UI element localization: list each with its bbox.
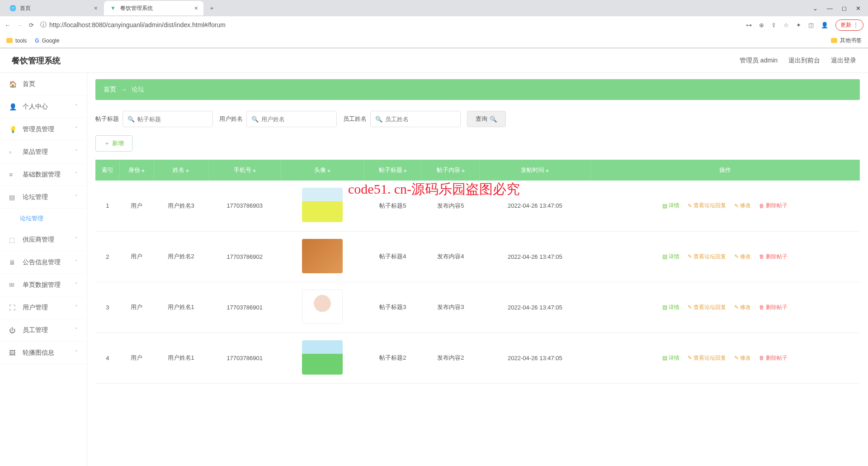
user-label[interactable]: 管理员 admin (740, 57, 778, 65)
bookmark-other[interactable]: 其他书签 (831, 37, 862, 44)
maximize-icon[interactable]: ◻ (842, 5, 847, 12)
cell-title: 帖子标题3 (364, 282, 422, 333)
view-reply-button[interactable]: ✎查看论坛回复 (688, 354, 726, 362)
cell-phone: 17703786901 (208, 333, 281, 383)
key-icon[interactable]: ⊶ (746, 22, 752, 29)
cell-avatar (281, 333, 364, 383)
sidebar-item-3[interactable]: ▫菜品管理˅ (0, 141, 87, 163)
avatar (302, 188, 343, 222)
view-reply-button[interactable]: ✎查看论坛回复 (688, 304, 726, 311)
detail-button[interactable]: ▤详情 (662, 354, 679, 362)
url-text: http://localhost:8080/canyinguanli/admin… (49, 21, 226, 29)
sidebar-item-11[interactable]: 🖼轮播图信息˅ (0, 342, 87, 364)
tab-title: 餐饮管理系统 (120, 5, 153, 12)
chevron-down-icon: ˅ (75, 350, 78, 356)
sidebar-item-1[interactable]: 👤个人中心˅ (0, 95, 87, 118)
close-icon[interactable]: × (94, 5, 98, 12)
sidebar-item-4[interactable]: ≡基础数据管理˅ (0, 163, 87, 186)
add-button[interactable]: ＋新增 (95, 135, 132, 152)
th-role[interactable]: 身份◆ (120, 160, 154, 181)
th-title[interactable]: 帖子标题◆ (364, 160, 422, 181)
table-row: 4 用户 用户姓名1 17703786901 帖子标题2 发布内容2 2022-… (95, 333, 860, 383)
sidebar-item-7[interactable]: 🖥公告信息管理˅ (0, 251, 87, 274)
main-content: 首页 → 论坛 帖子标题 🔍 用户姓名 🔍 员工姓名 (87, 73, 868, 466)
to-front-link[interactable]: 退出到前台 (788, 57, 820, 65)
new-tab-button[interactable]: ＋ (204, 4, 219, 12)
expand-icon: ⛶ (9, 304, 16, 311)
doc-icon: ▤ (662, 355, 667, 361)
delete-button[interactable]: 🗑删除帖子 (759, 202, 788, 209)
power-icon: ⏻ (9, 327, 16, 334)
detail-button[interactable]: ▤详情 (662, 304, 679, 311)
th-phone[interactable]: 手机号◆ (208, 160, 281, 181)
th-content[interactable]: 帖子内容◆ (422, 160, 480, 181)
bookmark-google[interactable]: GGoogle (35, 38, 59, 44)
browser-tab-home[interactable]: 🌐 首页 × (4, 1, 103, 15)
detail-button[interactable]: ▤详情 (662, 253, 679, 261)
sidepanel-icon[interactable]: ◫ (808, 22, 814, 29)
sidebar-item-10[interactable]: ⏻员工管理˅ (0, 319, 87, 342)
doc-icon: ▤ (662, 203, 667, 209)
view-reply-button[interactable]: ✎查看论坛回复 (688, 253, 726, 261)
sidebar-item-8[interactable]: ✉单页数据管理˅ (0, 274, 87, 296)
folder-icon (831, 38, 837, 43)
bars-icon: ▫ (9, 148, 16, 156)
extensions-icon[interactable]: ✦ (796, 22, 801, 29)
star-icon[interactable]: ☆ (783, 22, 789, 29)
bookmark-tools[interactable]: tools (6, 38, 27, 44)
edit-button[interactable]: ✎修改 (734, 253, 751, 261)
user-name-input[interactable]: 🔍 (246, 111, 337, 127)
detail-button[interactable]: ▤详情 (662, 202, 679, 209)
cell-avatar (281, 181, 364, 231)
breadcrumb-sep: → (121, 86, 127, 93)
breadcrumb-home[interactable]: 首页 (104, 86, 116, 94)
cell-content: 发布内容2 (422, 333, 480, 383)
delete-button[interactable]: 🗑删除帖子 (759, 354, 788, 362)
close-window-icon[interactable]: ✕ (856, 5, 861, 12)
delete-button[interactable]: 🗑删除帖子 (759, 253, 788, 261)
th-time[interactable]: 发帖时间◆ (480, 160, 590, 181)
back-icon[interactable]: ← (5, 22, 10, 29)
table-row: 2 用户 用户姓名2 17703786902 帖子标题4 发布内容4 2022-… (95, 231, 860, 282)
sidebar-item-0[interactable]: 🏠首页 (0, 73, 87, 95)
sidebar-item-label: 首页 (23, 80, 35, 88)
edit-icon: ✎ (688, 304, 692, 310)
sidebar-item-label: 基础数据管理 (23, 171, 61, 179)
edit-icon: ✎ (734, 253, 739, 260)
sidebar-item-9[interactable]: ⛶用户管理˅ (0, 296, 87, 319)
cell-phone: 17703786903 (208, 181, 281, 231)
minimize-icon[interactable]: — (827, 5, 833, 12)
forward-icon[interactable]: → (17, 22, 23, 29)
reload-icon[interactable]: ⟳ (29, 22, 34, 29)
url-input[interactable]: ⓘ http://localhost:8080/canyinguanli/adm… (40, 21, 740, 29)
update-button[interactable]: 更新⋮ (835, 19, 863, 31)
staff-name-input[interactable]: 🔍 (370, 111, 461, 127)
dropdown-icon[interactable]: ⌄ (813, 5, 818, 12)
bulb-icon: 💡 (9, 126, 16, 133)
sidebar-item-label: 论坛管理 (23, 193, 48, 201)
view-reply-button[interactable]: ✎查看论坛回复 (688, 202, 726, 209)
delete-button[interactable]: 🗑删除帖子 (759, 304, 788, 311)
sidebar-item-5[interactable]: ▤论坛管理˄ (0, 186, 87, 209)
th-avatar[interactable]: 头像◆ (281, 160, 364, 181)
search-icon: 🔍 (490, 116, 497, 123)
logout-link[interactable]: 退出登录 (831, 57, 856, 65)
close-icon[interactable]: × (194, 5, 198, 12)
edit-button[interactable]: ✎修改 (734, 354, 751, 362)
sidebar-subitem[interactable]: 论坛管理 (0, 209, 87, 228)
sidebar-item-6[interactable]: ⬚供应商管理˅ (0, 228, 87, 251)
chevron-down-icon: ˅ (75, 237, 78, 243)
th-index[interactable]: 索引 (95, 160, 120, 181)
browser-tab-app[interactable]: ▼ 餐饮管理系统 × (104, 1, 203, 15)
sidebar-item-label: 供应商管理 (23, 236, 54, 244)
edit-button[interactable]: ✎修改 (734, 202, 751, 209)
post-title-input[interactable]: 🔍 (123, 111, 213, 127)
query-button[interactable]: 查询🔍 (467, 111, 506, 127)
profile-icon[interactable]: 👤 (821, 22, 828, 29)
sidebar-item-2[interactable]: 💡管理员管理˅ (0, 118, 87, 141)
zoom-icon[interactable]: ⊕ (759, 22, 764, 29)
th-name[interactable]: 姓名◆ (154, 160, 208, 181)
table-header-row: 索引 身份◆ 姓名◆ 手机号◆ 头像◆ 帖子标题◆ 帖子内容◆ 发帖时间◆ 操作 (95, 160, 860, 181)
share-icon[interactable]: ⇪ (771, 22, 776, 29)
edit-button[interactable]: ✎修改 (734, 304, 751, 311)
